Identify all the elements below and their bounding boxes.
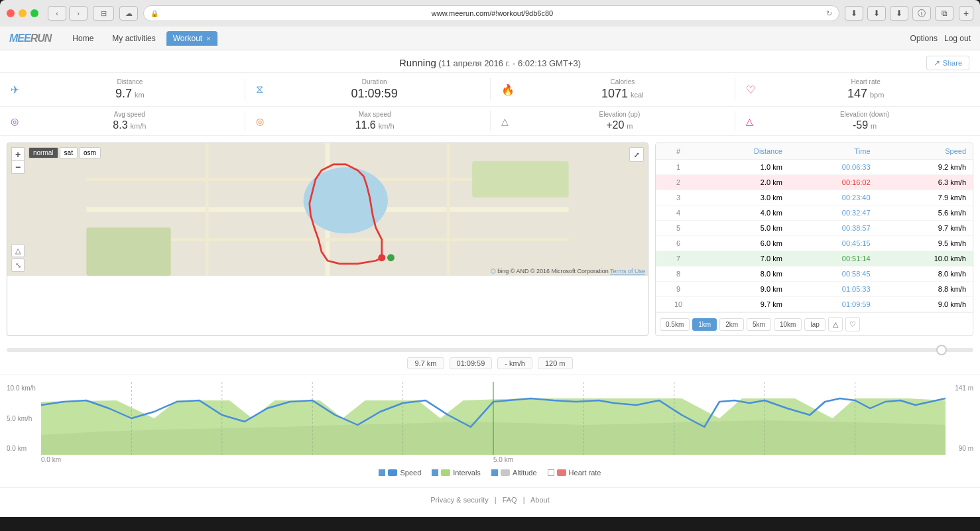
lap-heart-icon[interactable]: ♡ (845, 317, 860, 331)
svg-rect-9 (472, 161, 568, 198)
lap-num: 5 (656, 221, 701, 236)
chart-legend: SpeedIntervalsAltitudeHeart rate (7, 463, 973, 482)
lap-speed: 7.9 km/h (877, 190, 973, 206)
lap-distance: 5.0 km (701, 221, 789, 236)
forward-button[interactable]: › (69, 6, 88, 21)
footer-sep-1: | (495, 496, 497, 504)
slider-distance: 9.7 km (407, 357, 444, 369)
lap-speed: 9.0 km/h (877, 297, 973, 312)
elevation-down-unit: m (871, 122, 877, 130)
download-icon[interactable]: ⬇ (845, 6, 863, 21)
back-button[interactable]: ‹ (48, 6, 66, 21)
lap-speed: 8.0 km/h (877, 266, 973, 282)
map-type-osm[interactable]: osm (79, 147, 101, 158)
lap-btn-5km[interactable]: 5km (747, 318, 771, 331)
pocket-icon[interactable]: ⬇ (867, 6, 886, 21)
lap-distance: 1.0 km (701, 160, 789, 175)
stats-row-2: ◎ Avg speed 8.3 km/h ◎ Max speed 11.6 km… (0, 107, 980, 136)
avg-speed-unit: km/h (131, 122, 147, 130)
legend-checkbox-altitude[interactable] (491, 469, 498, 476)
map-type-normal[interactable]: normal (29, 147, 58, 158)
new-tab-button[interactable]: + (959, 6, 973, 21)
elevation-up-label: Elevation (up) (515, 111, 725, 118)
lap-speed: 10.0 km/h (877, 251, 973, 266)
x-label-start: 0.0 km (41, 456, 61, 463)
footer-faq[interactable]: FAQ (503, 496, 517, 504)
lap-btn-lap[interactable]: lap (804, 318, 825, 331)
elevation-up-unit: m (627, 122, 633, 130)
lap-num: 7 (656, 251, 701, 266)
nav-tab-close[interactable]: × (206, 34, 210, 42)
slider-values: 9.7 km 01:09:59 - km/h 120 m (7, 357, 973, 369)
nav-my-activities[interactable]: My activities (104, 31, 163, 46)
footer-privacy[interactable]: Privacy & security (430, 496, 488, 504)
nav-tab-workout[interactable]: Workout × (166, 31, 217, 46)
slider-time: 01:09:59 (450, 357, 493, 369)
footer-about[interactable]: About (530, 496, 550, 504)
lap-btn-0.5km[interactable]: 0.5km (660, 318, 690, 331)
progress-slider[interactable] (7, 348, 973, 352)
duration-value: 01:09:59 (351, 87, 398, 101)
info-icon[interactable]: ⓘ (912, 6, 931, 21)
legend-label-heart-rate: Heart rate (569, 469, 601, 477)
close-button[interactable] (7, 9, 15, 17)
legend-checkbox-heart-rate[interactable] (548, 469, 554, 476)
nav-options[interactable]: Options (910, 34, 938, 43)
col-header-time: Time (789, 143, 877, 160)
legend-swatch-speed (388, 469, 397, 476)
chart-x-labels: 0.0 km 5.0 km (41, 455, 946, 463)
table-row: 1 1.0 km 00:06:33 9.2 km/h (656, 160, 973, 175)
minimize-button[interactable] (19, 9, 27, 17)
maximize-button[interactable] (31, 9, 38, 17)
slider-speed: - km/h (497, 357, 532, 369)
map-background: + − normal sat osm ⤢ △ ⤡ ⬡ bing © AND © … (7, 143, 648, 276)
col-header-distance: Distance (701, 143, 789, 160)
legend-checkbox-speed[interactable] (379, 469, 385, 476)
legend-checkbox-intervals[interactable] (432, 469, 438, 476)
zoom-out-button[interactable]: − (11, 160, 25, 174)
share-button[interactable]: ↗ Share (926, 56, 969, 70)
map-fullscreen-button[interactable]: ⤡ (11, 259, 25, 272)
map-type-sat[interactable]: sat (60, 147, 78, 158)
cloud-button[interactable]: ☁ (119, 6, 138, 21)
address-bar[interactable]: 🔒 www.meerun.com/#!workout/9db6c80 ↻ (143, 5, 839, 21)
nav-right: Options Log out (910, 34, 971, 43)
lap-btn-10km[interactable]: 10km (774, 318, 802, 331)
nav-tab-label: Workout (173, 34, 202, 43)
y-label-top: 10.0 km/h (7, 384, 40, 392)
nav-logout[interactable]: Log out (944, 34, 971, 43)
table-row: 8 8.0 km 00:58:45 8.0 km/h (656, 266, 973, 282)
map-type-buttons: normal sat osm (29, 147, 101, 158)
stat-max-speed: ◎ Max speed 11.6 km/h (245, 111, 491, 131)
map-container[interactable]: + − normal sat osm ⤢ △ ⤡ ⬡ bing © AND © … (7, 143, 648, 336)
lap-btn-1km[interactable]: 1km (692, 318, 717, 331)
lap-elevation-icon[interactable]: △ (828, 317, 843, 331)
share-icon[interactable]: ⧉ (935, 6, 953, 21)
lap-time: 00:51:14 (789, 251, 877, 266)
nav-home[interactable]: Home (64, 31, 101, 46)
table-row: 9 9.0 km 01:05:33 8.8 km/h (656, 282, 973, 297)
url-text: www.meerun.com/#!workout/9db6c80 (162, 9, 822, 17)
distance-value: 9.7 (115, 87, 132, 101)
table-row: 5 5.0 km 00:38:57 9.7 km/h (656, 221, 973, 236)
legend-item-heart-rate: Heart rate (548, 469, 601, 477)
elevation-up-value: +20 (606, 119, 624, 131)
stats-row-1: ✈ Distance 9.7 km ⧖ Duration 01:09:59 🔥 … (0, 73, 980, 107)
main-content: + − normal sat osm ⤢ △ ⤡ ⬡ bing © AND © … (0, 136, 980, 343)
reload-icon[interactable]: ↻ (826, 9, 832, 18)
zoom-in-button[interactable]: + (11, 147, 25, 160)
duration-label: Duration (270, 78, 479, 86)
lap-table-container: # Distance Time Speed 1 1.0 km 00:06:33 … (655, 143, 973, 336)
map-elevation-button[interactable]: △ (11, 244, 25, 257)
reader-view-button[interactable]: ⊟ (93, 6, 114, 21)
lap-distance: 6.0 km (701, 236, 789, 251)
slider-thumb[interactable] (936, 345, 947, 355)
legend-swatch-intervals (441, 469, 450, 476)
legend-item-intervals: Intervals (432, 469, 481, 477)
map-terms-link[interactable]: Terms of Use (610, 268, 645, 274)
map-bottom-controls: △ ⤡ (11, 244, 25, 272)
lap-num: 4 (656, 206, 701, 221)
save-icon[interactable]: ⬇ (890, 6, 908, 21)
lap-btn-2km[interactable]: 2km (719, 318, 744, 331)
map-expand-button[interactable]: ⤢ (629, 147, 644, 162)
